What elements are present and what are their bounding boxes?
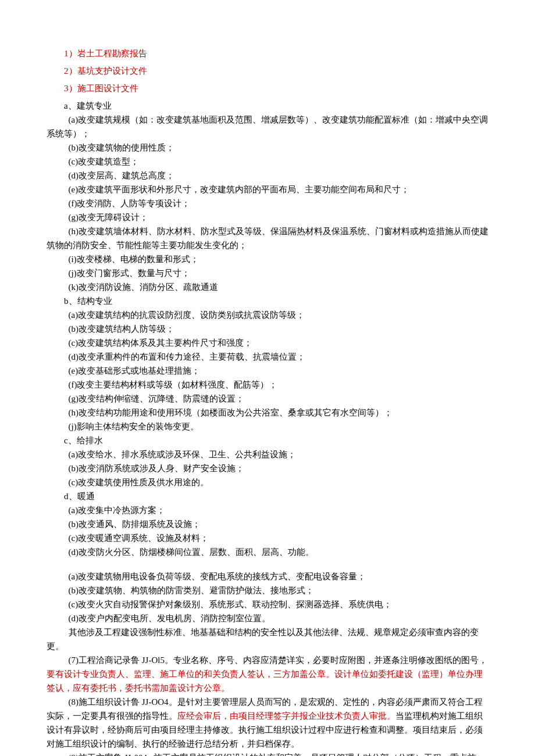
section-b-item-h: (h)改变结构功能用途和使用环境（如楼面改为公共浴室、桑拿或其它有水空间等）； bbox=[47, 406, 488, 420]
header-item-1: 1）岩土工程勘察报告 bbox=[47, 46, 488, 60]
header-item-2: 2）基坑支护设计文件 bbox=[47, 64, 488, 78]
section-d-item-d: (d)改变防火分区、防烟楼梯间位置、层数、面积、层高、功能。 bbox=[47, 545, 488, 559]
p7-pre: (7)工程洽商记录鲁 JJ-Ol5。专业名称、序号、内容应清楚详实，必要时应附图… bbox=[69, 655, 487, 665]
section-b-item-j: (j)影响主体结构安全的装饰变更。 bbox=[47, 420, 488, 433]
paragraph-9: (9)施工方案鲁 JJ-004o 施工方案是施工组织设计的补充和完善，是项目管理… bbox=[47, 751, 488, 756]
section-b-item-f: (f)改变主要结构材料或等级（如材料强度、配筋等）； bbox=[47, 378, 488, 392]
section-a-item-f: (f)改变消防、人防等专项设计； bbox=[47, 196, 488, 210]
section-d-item-b: (b)改变通风、防排烟系统及设施； bbox=[47, 517, 488, 531]
section-e-item-b: (b)改变建筑物、构筑物的防雷类别、避雷防护做法、接地形式； bbox=[47, 583, 488, 597]
p7-red: 要有设计专业负责人、监理、施工单位的和关负责人签认，三方加盖公章。设计单位如委托… bbox=[47, 669, 483, 693]
section-a-title: a、建筑专业 bbox=[47, 99, 488, 113]
p8-red: 应经会审后，由项目经理签字并报企业技术负责人审批。 bbox=[177, 711, 395, 721]
section-d-item-c: (c)改变暖通空调系统、设施及材料； bbox=[47, 531, 488, 545]
section-a-item-d: (d)改变层高、建筑总高度； bbox=[47, 169, 488, 182]
section-b-item-d: (d)改变承重构件的布置和传力途径、主要荷载、抗震墙位置； bbox=[47, 350, 488, 364]
section-d-title: d、暖通 bbox=[47, 489, 488, 503]
section-a-item-j: (j)改变门窗形式、数量与尺寸； bbox=[47, 266, 488, 280]
section-b-item-g: (g)改变结构伸缩缝、沉降缝、防震缝的设置； bbox=[47, 392, 488, 406]
section-e-item-c: (c)改变火灾自动报警保护对象级别、系统形式、联动控制、探测器选择、系统供电； bbox=[47, 597, 488, 611]
section-a-item-h: (h)改变建筑墙体材料、防水材料、防水型式及等级、保温隔热材料及保温系统、门窗材… bbox=[47, 224, 488, 252]
section-b-item-c: (c)改变建筑结构体系及其主要构件尺寸和强度； bbox=[47, 336, 488, 350]
section-a-item-e: (e)改变建筑平面形状和外形尺寸，改变建筑内部的平面布局、主要功能空间布局和尺寸… bbox=[47, 182, 488, 196]
section-e-item-a: (a)改变建筑物用电设备负荷等级、变配电系统的接线方式、变配电设备容量； bbox=[47, 569, 488, 583]
section-c-title: c、给排水 bbox=[47, 433, 488, 447]
section-a-item-c: (c)改变建筑造型； bbox=[47, 155, 488, 169]
section-b-title: b、结构专业 bbox=[47, 294, 488, 308]
other-clause: 其他涉及工程建设强制性标准、地基基础和结构的安全性以及其他法律、法规、规章规定必… bbox=[47, 625, 488, 653]
paragraph-8: (8)施工组织设计鲁 JJ-OO4。是针对主要管理层人员而写的，是宏观的、定性的… bbox=[47, 695, 488, 751]
section-a-item-k: (k)改变消防设施、消防分区、疏散通道 bbox=[47, 280, 488, 294]
section-c-item-b: (b)改变消防系统或涉及人身、财产安全设施； bbox=[47, 461, 488, 475]
section-e-item-d: (d)改变户内配变电所、发电机房、消防控制室位置。 bbox=[47, 611, 488, 625]
section-a-lead: (a)改变建筑规模（如：改变建筑基地面积及范围、增减层数等）、改变建筑功能配置标… bbox=[47, 113, 488, 141]
section-c-item-a: (a)改变给水、排水系统或涉及环保、卫生、公共利益设施； bbox=[47, 447, 488, 461]
section-c-item-c: (c)改变建筑使用性质及供水用途的。 bbox=[47, 475, 488, 489]
section-a-item-g: (g)改变无障碍设计； bbox=[47, 210, 488, 224]
section-b-item-b: (b)改变建筑结构人防等级； bbox=[47, 322, 488, 336]
section-b-item-a: (a)改变建筑结构的抗震设防烈度、设防类别或抗震设防等级； bbox=[47, 308, 488, 322]
section-b-item-e: (e)改变基础形式或地基处理措施； bbox=[47, 364, 488, 378]
paragraph-7: (7)工程洽商记录鲁 JJ-Ol5。专业名称、序号、内容应清楚详实，必要时应附图… bbox=[47, 653, 488, 695]
section-d-item-a: (a)改变集中冷热源方案； bbox=[47, 503, 488, 517]
header-item-3: 3）施工图设计文件 bbox=[47, 81, 488, 95]
section-a-item-b: (b)改变建筑物的使用性质； bbox=[47, 141, 488, 155]
section-a-item-i: (i)改变楼梯、电梯的数量和形式； bbox=[47, 252, 488, 266]
